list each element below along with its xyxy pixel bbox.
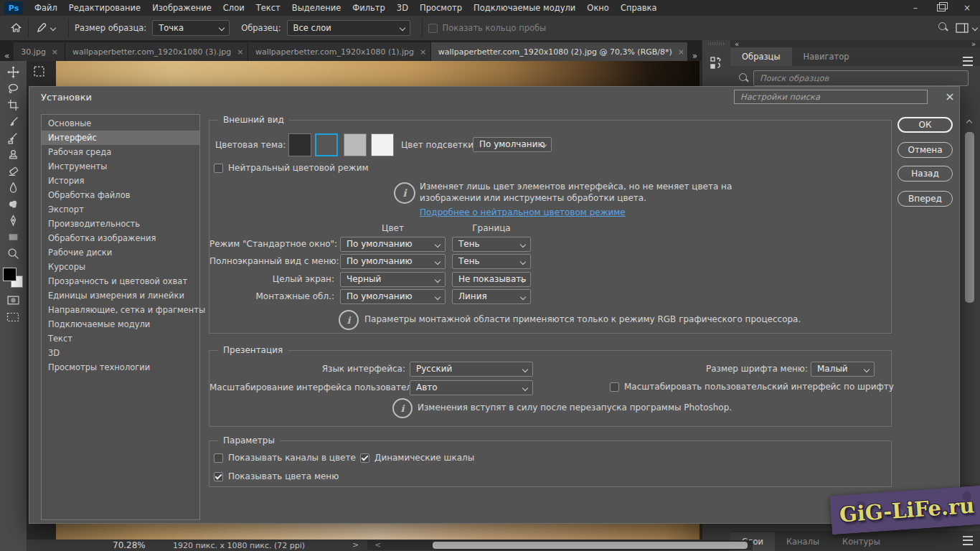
tabs-overflow-icon[interactable]: »	[688, 51, 702, 61]
scroll-up-icon[interactable]	[964, 119, 974, 126]
menu-3d[interactable]: 3D	[391, 3, 414, 13]
ui-scaling-select[interactable]: Авто	[410, 380, 533, 395]
menu-view[interactable]: Просмотр	[414, 3, 468, 13]
zoom-tool-icon[interactable]	[0, 245, 26, 262]
back-button[interactable]: Назад	[897, 166, 953, 182]
doc-tab-4-active[interactable]: wallpaperbetter.com_1920x1080 (2).jpg @ …	[431, 42, 688, 61]
smudge-tool-icon[interactable]	[0, 196, 26, 212]
pref-item[interactable]: Обработка изображения	[42, 231, 199, 245]
pref-item[interactable]: Экспорт	[42, 202, 199, 217]
pref-item[interactable]: Подключаемые модули	[42, 317, 199, 331]
status-next-icon[interactable]: >	[352, 540, 359, 550]
panel-menu-icon[interactable]	[963, 57, 973, 66]
pref-item[interactable]: Единицы измерения и линейки	[42, 288, 199, 303]
menu-window[interactable]: Окно	[581, 3, 615, 13]
pref-item[interactable]: Прозрачность и цветовой охват	[42, 274, 199, 288]
doc-tab-1[interactable]: 30.jpg×	[14, 42, 65, 61]
tab-paths[interactable]: Контуры	[831, 532, 892, 551]
menu-filter[interactable]: Фильтр	[347, 3, 391, 13]
doc-tab-3[interactable]: wallpaperbetter.com_1920x1080 (1).jpg×	[248, 42, 431, 61]
versions-panel-icon[interactable]	[702, 47, 730, 79]
tab-close-icon[interactable]: ×	[678, 47, 684, 57]
standard-window-border-select[interactable]: Тень	[452, 237, 531, 252]
screen-mode-icon[interactable]	[0, 309, 26, 325]
fullscreen-color-select[interactable]: Черный	[340, 272, 446, 287]
pref-item[interactable]: Инструменты	[42, 159, 199, 174]
pref-item[interactable]: Рабочая среда	[42, 145, 199, 159]
dock-grip[interactable]	[708, 42, 725, 45]
menu-type[interactable]: Текст	[250, 3, 286, 13]
document-image-bottom[interactable]	[56, 522, 699, 540]
cancel-button[interactable]: Отмена	[897, 142, 953, 158]
dynamic-sliders-checkbox[interactable]	[360, 453, 369, 463]
document-image-top[interactable]	[56, 61, 699, 86]
close-button[interactable]: ×	[954, 0, 980, 16]
horizontal-scrollbar-thumb[interactable]	[433, 542, 748, 549]
tab-channels[interactable]: Каналы	[775, 532, 831, 551]
tab-close-icon[interactable]: ×	[52, 47, 58, 57]
artboard-border-select[interactable]: Линия	[452, 289, 531, 304]
pref-item[interactable]: Текст	[42, 331, 199, 346]
fullscreen-menu-color-select[interactable]: По умолчанию	[340, 254, 446, 269]
show-menu-colors-checkbox[interactable]	[214, 472, 223, 481]
theme-swatch-darkest[interactable]	[288, 133, 311, 156]
lasso-tool-icon[interactable]	[0, 80, 26, 97]
menu-font-size-select[interactable]: Малый	[811, 362, 875, 377]
doc-tab-2[interactable]: wallpaperbetter.com_1920x1080 (3).jpg×	[65, 42, 248, 61]
preferences-search-input[interactable]: Настройки поиска	[734, 90, 928, 104]
marquee-tool-icon[interactable]	[32, 65, 46, 77]
ui-language-select[interactable]: Русский	[410, 362, 533, 377]
pref-item[interactable]: История	[42, 174, 199, 188]
restore-button[interactable]	[928, 0, 954, 16]
menu-select[interactable]: Выделение	[286, 3, 347, 13]
swatch-search-input[interactable]: Поиск образцов	[753, 70, 969, 86]
foreground-color-swatch[interactable]	[3, 268, 17, 281]
panel-collapse-icon[interactable]: «	[735, 40, 739, 48]
forward-button[interactable]: Вперед	[897, 191, 953, 207]
workspace-icon[interactable]	[956, 23, 969, 33]
tabs-collapse-icon[interactable]: «	[0, 51, 14, 61]
menu-file[interactable]: Файл	[29, 3, 63, 13]
standard-window-color-select[interactable]: По умолчанию	[340, 237, 446, 252]
panel-scrollbar-thumb[interactable]	[965, 132, 974, 303]
fullscreen-border-select[interactable]: Не показывать	[452, 272, 531, 287]
eyedropper-tool-icon[interactable]	[34, 22, 47, 34]
probe-ring-checkbox[interactable]	[428, 24, 438, 33]
sample-select[interactable]: Все слои	[287, 20, 410, 36]
crop-tool-icon[interactable]	[0, 97, 26, 113]
pref-item[interactable]: Основные	[42, 116, 199, 131]
theme-swatch-dark-selected[interactable]	[315, 133, 338, 156]
minimize-button[interactable]: –	[903, 0, 928, 16]
pref-item[interactable]: Курсоры	[42, 260, 199, 274]
workspace-chevron-icon[interactable]	[972, 25, 978, 31]
horizontal-scrollbar[interactable]: <	[367, 540, 753, 550]
scale-ui-to-font-checkbox[interactable]	[610, 382, 619, 392]
foreground-background-swatches[interactable]	[3, 268, 23, 288]
show-channels-color-checkbox[interactable]	[214, 453, 223, 463]
brush-tool-icon[interactable]	[0, 113, 26, 130]
eraser-tool-icon[interactable]	[0, 163, 26, 179]
dialog-close-icon[interactable]: ×	[942, 88, 958, 104]
pref-item[interactable]: Направляющие, сетка и фрагменты	[42, 303, 199, 317]
menu-layers[interactable]: Слои	[217, 3, 250, 13]
fullscreen-menu-border-select[interactable]: Тень	[452, 254, 531, 269]
theme-swatch-light[interactable]	[344, 133, 367, 156]
quick-mask-icon[interactable]	[0, 292, 26, 309]
neutral-mode-link[interactable]: Подробнее о нейтральном цветовом режиме	[420, 207, 626, 217]
menu-image[interactable]: Изображение	[146, 3, 217, 13]
blur-tool-icon[interactable]	[0, 179, 26, 196]
artboard-color-select[interactable]: По умолчанию	[340, 289, 446, 304]
tab-close-icon[interactable]: ×	[237, 47, 243, 57]
shape-tool-icon[interactable]	[0, 229, 26, 245]
scroll-left-icon[interactable]: <	[374, 540, 381, 550]
clone-stamp-tool-icon[interactable]	[0, 146, 26, 163]
highlight-color-select[interactable]: По умолчанию	[473, 137, 552, 152]
neutral-mode-checkbox[interactable]	[214, 164, 223, 173]
zoom-level[interactable]: 70.28%	[113, 540, 146, 550]
tab-close-icon[interactable]: ×	[420, 47, 426, 57]
menu-help[interactable]: Справка	[615, 3, 663, 13]
tab-navigator[interactable]: Навигатор	[792, 47, 861, 66]
history-brush-tool-icon[interactable]	[0, 130, 26, 146]
move-tool-icon[interactable]	[0, 64, 26, 80]
panel-expand-icon[interactable]: »	[971, 40, 976, 48]
